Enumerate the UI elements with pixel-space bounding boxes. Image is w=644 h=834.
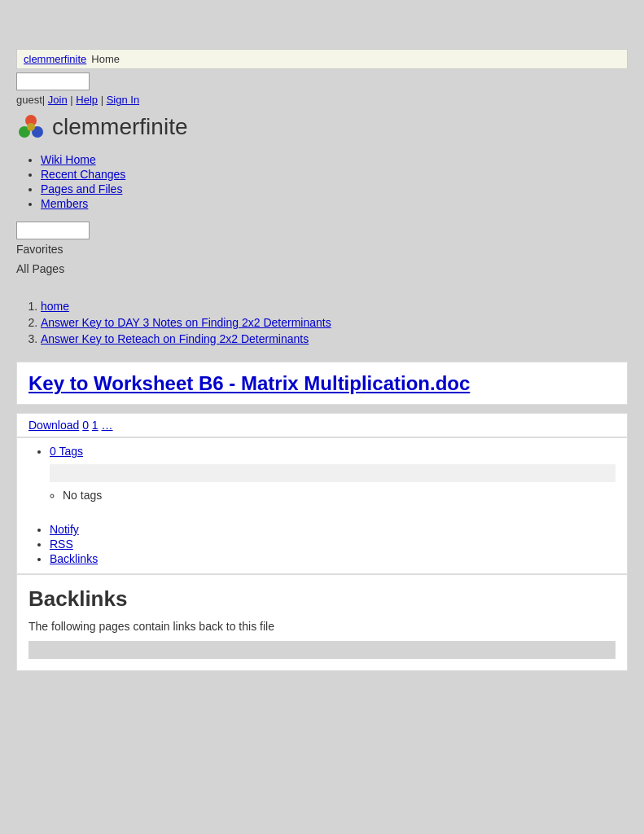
list-link-reteach[interactable]: Answer Key to Reteach on Finding 2x2 Det…: [41, 332, 309, 345]
file-title-card: Key to Worksheet B6 - Matrix Multiplicat…: [16, 362, 628, 405]
download-bar: Download 0 1 …: [16, 413, 628, 437]
nav-link-pages-and-files[interactable]: Pages and Files: [41, 182, 122, 195]
breadcrumb-home: Home: [91, 53, 120, 65]
tag-input-bar: [50, 464, 616, 482]
nav-item-members[interactable]: Members: [41, 197, 628, 210]
nav-list: Wiki Home Recent Changes Pages and Files…: [16, 153, 628, 210]
tags-list: 0 Tags: [28, 445, 616, 458]
site-header: clemmerfinite: [16, 112, 628, 142]
tags-list-item: 0 Tags: [50, 445, 616, 458]
backlinks-nav-link[interactable]: Backlinks: [50, 552, 98, 565]
notify-item: Notify: [50, 523, 616, 536]
download-num2-link[interactable]: 1: [92, 419, 99, 432]
empty-bullet-list: [28, 508, 616, 520]
nav-link-recent-changes[interactable]: Recent Changes: [41, 168, 125, 181]
list-item-home: home: [41, 300, 628, 313]
rss-item: RSS: [50, 538, 616, 551]
download-num1-link[interactable]: 0: [82, 419, 89, 432]
file-title-link[interactable]: Key to Worksheet B6 - Matrix Multiplicat…: [28, 371, 616, 396]
backlinks-nav-item: Backlinks: [50, 552, 616, 565]
notify-list: Notify RSS Backlinks: [28, 523, 616, 565]
user-bar: guest| Join | Help | Sign In: [16, 94, 628, 106]
nav-link-members[interactable]: Members: [41, 197, 88, 210]
nav-item-pages-and-files[interactable]: Pages and Files: [41, 182, 628, 195]
breadcrumb-bar: clemmerfinite Home: [16, 49, 628, 69]
join-link[interactable]: Join: [48, 94, 68, 106]
svg-point-3: [27, 123, 35, 131]
list-link-home[interactable]: home: [41, 300, 69, 313]
favorites-input[interactable]: [16, 222, 90, 239]
download-ellipsis-link[interactable]: …: [102, 419, 113, 432]
page-list: home Answer Key to DAY 3 Notes on Findin…: [16, 300, 628, 345]
backlinks-title: Backlinks: [28, 586, 616, 612]
backlinks-bar: [28, 641, 616, 659]
all-pages-label: All Pages: [16, 262, 628, 275]
favorites-section: Favorites: [16, 222, 628, 256]
tags-section: 0 Tags No tags Notify RSS Backlinks: [16, 437, 628, 574]
nav-item-recent-changes[interactable]: Recent Changes: [41, 168, 628, 181]
no-tags-list: No tags: [28, 489, 616, 502]
site-logo-icon: [16, 112, 46, 142]
sign-in-link[interactable]: Sign In: [107, 94, 139, 106]
top-search-row: [16, 72, 628, 90]
site-title: clemmerfinite: [52, 114, 187, 140]
backlinks-section: Backlinks The following pages contain li…: [16, 574, 628, 671]
rss-link[interactable]: RSS: [50, 538, 73, 551]
download-link[interactable]: Download: [28, 419, 79, 432]
nav-item-wiki-home[interactable]: Wiki Home: [41, 153, 628, 166]
notify-link[interactable]: Notify: [50, 523, 79, 536]
backlinks-description: The following pages contain links back t…: [28, 620, 616, 633]
favorites-label: Favorites: [16, 243, 64, 256]
list-item-reteach: Answer Key to Reteach on Finding 2x2 Det…: [41, 332, 628, 345]
list-item-day3: Answer Key to DAY 3 Notes on Finding 2x2…: [41, 316, 628, 329]
top-search-input[interactable]: [16, 72, 90, 90]
tags-link[interactable]: 0 Tags: [50, 445, 83, 458]
empty-list-item: [50, 508, 616, 520]
nav-link-wiki-home[interactable]: Wiki Home: [41, 153, 96, 166]
breadcrumb-site-link[interactable]: clemmerfinite: [24, 53, 86, 65]
list-link-day3[interactable]: Answer Key to DAY 3 Notes on Finding 2x2…: [41, 316, 331, 329]
help-link[interactable]: Help: [76, 94, 98, 106]
no-tags-item: No tags: [63, 489, 616, 502]
user-status: guest: [16, 94, 42, 106]
